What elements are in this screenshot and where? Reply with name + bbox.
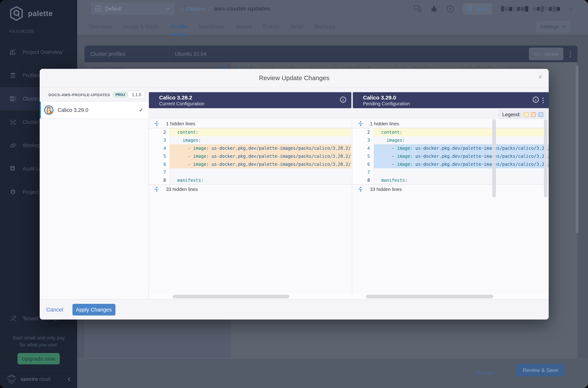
calico-pack-icon [44,105,53,115]
cluster-tabs-bar: OverviewUsage & CostsProfileWorkloadsNod… [77,18,588,35]
redacted-block [533,7,536,11]
line-number: 7 [149,168,170,176]
expand-hidden-lines-top[interactable]: 1 hidden lines [353,119,549,128]
expand-hidden-lines-bottom[interactable]: 33 hidden lines [149,185,351,194]
sidebar-collapse-button[interactable] [67,377,71,381]
current-code-hscrollbar[interactable] [173,295,290,298]
sidebar-divider [0,370,77,370]
tab-workloads[interactable]: Workloads [199,18,225,35]
tab-nodes[interactable]: Nodes [236,18,252,35]
line-content: content: [170,128,351,136]
pending-pack-title: Calico 3.29.0 [363,94,410,101]
info-icon[interactable] [533,96,539,104]
line-content: images: [170,136,351,144]
tab-profile[interactable]: Profile [171,18,187,35]
user-chevron-down-icon[interactable] [569,6,573,11]
line-content: manifests: [170,176,351,184]
expand-hidden-lines-bottom[interactable]: 33 hidden lines [353,185,549,194]
docs-button[interactable]: Docs [463,3,492,14]
breadcrumb-current: aws-cluster-updates [214,5,270,12]
legend-swatches [524,112,543,117]
sidebar-item-project-overview[interactable]: Project Overview [0,40,77,64]
project-scope-selector[interactable]: Default [91,2,175,15]
bug-report-icon[interactable] [430,5,438,12]
redacted-block [553,6,556,11]
modal-body: DOCS-AWS-PROFILE-UPDATES PROJ 1.1.0 Cal [40,87,549,299]
code-line: 7 [353,168,549,176]
tab-usage-costs[interactable]: Usage & Costs [123,18,159,35]
discard-button[interactable]: Discard [475,370,494,376]
redacted-block [513,6,516,11]
hidden-lines-label: 33 hidden lines [166,186,198,192]
page-scrollbar[interactable] [576,66,579,233]
spectro-cloud-logo-icon [6,374,18,384]
pending-code-hscrollbar[interactable] [366,295,493,298]
upgrade-now-button[interactable]: Upgrade now [18,353,60,364]
tab-backups[interactable]: Backups [315,18,336,35]
tab-scan[interactable]: Scan [291,18,303,35]
line-number: 4 [353,144,374,152]
redacted-block [505,7,508,11]
brand-name: spectro cloud [21,376,50,382]
code-line: 8manifests: [353,176,549,184]
code-lines: 2content:3 images:4 - image: us-docker.p… [149,128,351,184]
code-line: 8manifests: [149,176,351,184]
tools-icon [9,315,16,322]
line-content: - image: us-docker.pkg.dev/palette-image… [374,160,549,168]
code-line: 3 images: [149,136,351,144]
line-number: 8 [353,176,374,184]
tab-overview[interactable]: Overview [89,18,112,35]
review-update-changes-modal: Review Update Changes × DOCS-AWS-PROFILE… [40,69,549,319]
breadcrumb-link-clusters[interactable]: Clusters [186,6,205,12]
cluster-settings-button[interactable]: Settings [536,21,570,32]
values-button[interactable]: </> Values [529,48,563,60]
modal-header: Review Update Changes × [40,69,549,87]
tab-events[interactable]: Events [263,18,280,35]
chevron-down-icon [562,24,566,29]
legend-swatch-added [539,112,543,117]
apply-changes-button[interactable]: Apply Changes [72,304,115,315]
check-icon: ✓ [139,107,143,113]
line-number: 2 [353,128,374,136]
book-icon [467,6,473,12]
line-number: 3 [149,136,170,144]
panel-kebab-menu[interactable] [570,51,571,57]
pack-list-item-calico[interactable]: Calico 3.29.0 ✓ [40,102,149,119]
docs-label: Docs [476,6,488,12]
feedback-chat-icon[interactable] [414,5,422,12]
code-icon: </> [534,51,541,57]
line-number: 2 [149,128,170,136]
sidebar-item-label: Profiles [23,73,40,78]
hidden-lines-label: 33 hidden lines [370,186,402,192]
modal-title: Review Update Changes [40,69,549,87]
profile-tree-header[interactable]: DOCS-AWS-PROFILE-UPDATES PROJ 1.1.0 [40,88,149,102]
line-content: - image: us-docker.pkg.dev/palette-image… [170,144,351,152]
settings-label: Settings [540,24,559,29]
current-code-vscrollbar[interactable] [492,119,496,197]
expand-hidden-lines-top[interactable]: 1 hidden lines [149,119,351,128]
help-compass-icon[interactable] [446,5,454,13]
editor-line: 1 # Spectro Golden images includes most … [238,64,573,69]
info-icon[interactable] [340,96,346,104]
line-content: content: [374,128,549,136]
redacted-block [541,6,544,11]
code-line: 5 - image: us-docker.pkg.dev/palette-ima… [149,152,351,160]
legend-swatch-removed [531,112,536,117]
profile-footer-bar: Discard Review & Save [77,359,588,388]
review-save-button[interactable]: Review & Save [516,364,565,376]
cancel-button[interactable]: Cancel [46,306,63,313]
pending-code-vscrollbar[interactable] [544,119,548,197]
line-number: 7 [353,168,374,176]
line-content: - image: us-docker.pkg.dev/palette-image… [170,152,351,160]
user-menu[interactable] [501,6,560,11]
pending-config-header: Calico 3.29.0 Pending Configuration [353,92,549,108]
profile-version[interactable]: 1.1.0 [128,91,145,98]
close-icon[interactable]: × [538,73,542,80]
hidden-lines-label: 1 hidden lines [166,121,195,126]
diff-kebab-menu[interactable] [543,97,543,103]
diff-legend: Legend: [499,110,547,119]
code-line: 4 - image: us-docker.pkg.dev/palette-ima… [149,144,351,152]
pending-config-code: 1 hidden lines 2content:3 images:4 - ima… [353,119,549,294]
redacted-block [537,7,540,11]
code-line: 5 - image: us-docker.pkg.dev/palette-ima… [353,152,549,160]
